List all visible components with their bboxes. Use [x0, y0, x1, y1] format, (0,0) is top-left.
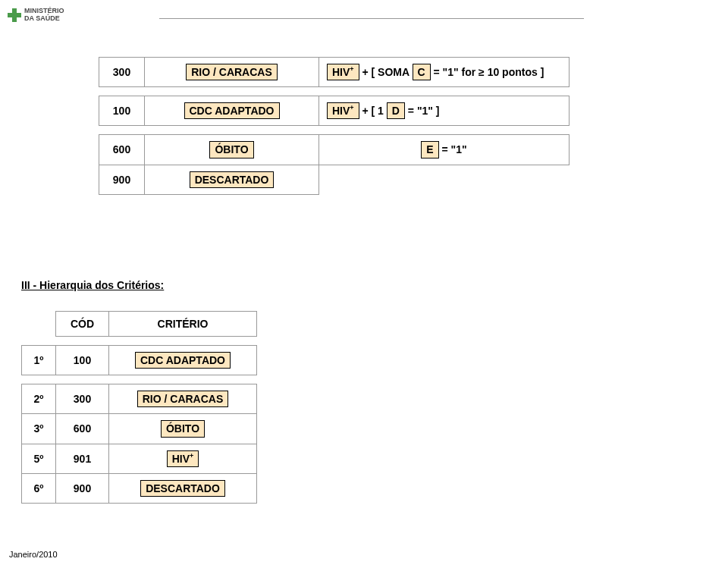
- code-cell: 100: [99, 96, 145, 126]
- table-row: 6º 900 DESCARTADO: [22, 473, 257, 503]
- label-cell: CDC ADAPTADO: [145, 96, 319, 126]
- condition-cell: E = "1": [319, 135, 570, 165]
- code-cell: 600: [99, 135, 145, 165]
- header-logo: MINISTÉRIO DA SAÚDE: [8, 8, 64, 23]
- criteria-definition-table: 300 RIO / CARACAS HIV+ + [ SOMA C = "1" …: [99, 57, 570, 195]
- empty-cell: [319, 165, 570, 194]
- label-chip: ÓBITO: [209, 141, 253, 158]
- table-row: 900 DESCARTADO: [99, 165, 570, 194]
- criterio-cell: RIO / CARACAS: [109, 384, 257, 414]
- table-row: 5º 901 HIV+: [22, 444, 257, 473]
- logo-line2: DA SAÚDE: [24, 15, 64, 23]
- table-row: 1º 100 CDC ADAPTADO: [22, 346, 257, 375]
- rank-cell: 5º: [22, 444, 56, 473]
- hiv-chip: HIV+: [327, 64, 359, 80]
- logo-text: MINISTÉRIO DA SAÚDE: [24, 8, 64, 23]
- condition-cell: HIV+ + [ SOMA C = "1" for ≥ 10 pontos ]: [319, 58, 570, 87]
- table-header-row: CÓD CRITÉRIO: [22, 312, 257, 337]
- header-divider: [159, 18, 584, 19]
- table-row: 100 CDC ADAPTADO HIV+ + [ 1 D = "1" ]: [99, 96, 570, 126]
- rank-cell: 6º: [22, 473, 56, 503]
- code-cell: 900: [56, 473, 109, 503]
- cross-icon: [8, 8, 21, 22]
- hiv-chip: HIV+: [327, 102, 359, 119]
- code-cell: 900: [99, 165, 145, 194]
- cond-text: + [ SOMA: [359, 66, 413, 78]
- criterio-chip: RIO / CARACAS: [137, 391, 229, 407]
- letter-chip: E: [421, 141, 438, 158]
- criterio-cell: CDC ADAPTADO: [109, 346, 257, 375]
- letter-chip: D: [387, 102, 405, 119]
- cond-text: = "1" for ≥ 10 pontos ]: [431, 66, 544, 78]
- cond-text: + [ 1: [359, 105, 387, 117]
- criterio-cell: ÓBITO: [109, 414, 257, 444]
- label-chip: RIO / CARACAS: [186, 64, 278, 80]
- table-row: 300 RIO / CARACAS HIV+ + [ SOMA C = "1" …: [99, 58, 570, 87]
- criterio-cell: HIV+: [109, 444, 257, 473]
- label-chip: DESCARTADO: [190, 171, 275, 188]
- rank-cell: 3º: [22, 414, 56, 444]
- empty-cell: [22, 312, 56, 337]
- rank-cell: 1º: [22, 346, 56, 375]
- footer-date: Janeiro/2010: [9, 550, 58, 559]
- criterio-cell: DESCARTADO: [109, 473, 257, 503]
- hierarchy-table: CÓD CRITÉRIO 1º 100 CDC ADAPTADO 2º 300 …: [21, 311, 257, 504]
- section-title: III - Hierarquia dos Critérios:: [21, 279, 164, 291]
- criterio-chip: CDC ADAPTADO: [135, 352, 231, 369]
- rank-cell: 2º: [22, 384, 56, 414]
- header-cod: CÓD: [56, 312, 109, 337]
- letter-chip: C: [413, 64, 431, 80]
- label-cell: DESCARTADO: [145, 165, 319, 194]
- code-cell: 300: [99, 58, 145, 87]
- label-cell: RIO / CARACAS: [145, 58, 319, 87]
- cond-text: = "1": [439, 143, 467, 155]
- cond-text: = "1" ]: [405, 105, 440, 117]
- criterio-chip: HIV+: [167, 450, 199, 467]
- table-row: 2º 300 RIO / CARACAS: [22, 384, 257, 414]
- code-cell: 100: [56, 346, 109, 375]
- header-criterio: CRITÉRIO: [109, 312, 257, 337]
- criterio-chip: DESCARTADO: [140, 480, 225, 497]
- code-cell: 300: [56, 384, 109, 414]
- label-chip: CDC ADAPTADO: [184, 102, 280, 119]
- code-cell: 901: [56, 444, 109, 473]
- label-cell: ÓBITO: [145, 135, 319, 165]
- code-cell: 600: [56, 414, 109, 444]
- criterio-chip: ÓBITO: [161, 420, 205, 437]
- table-row: 3º 600 ÓBITO: [22, 414, 257, 444]
- condition-cell: HIV+ + [ 1 D = "1" ]: [319, 96, 570, 126]
- table-row: 600 ÓBITO E = "1": [99, 135, 570, 165]
